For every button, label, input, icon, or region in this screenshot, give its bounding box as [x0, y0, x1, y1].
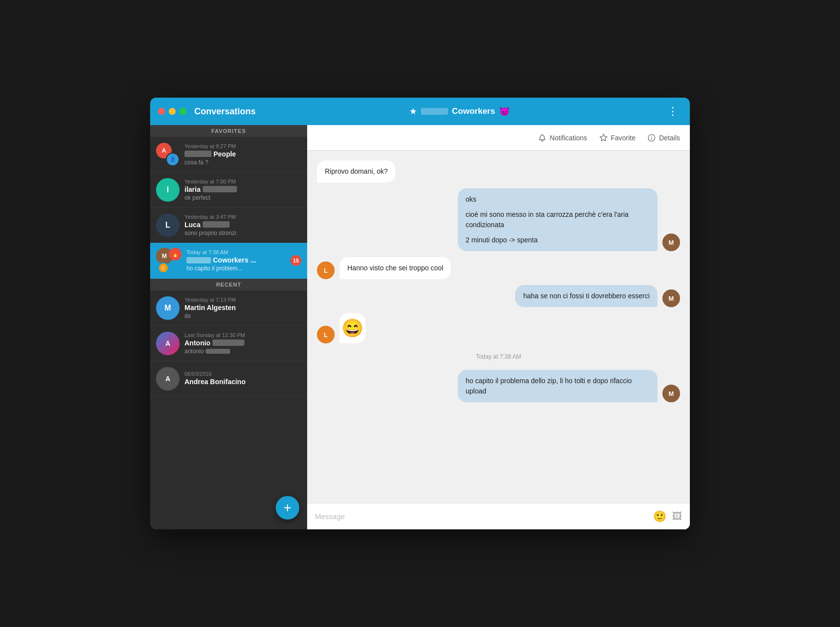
message-bubble-m5: 😄	[340, 313, 366, 343]
channel-star-icon: ★	[409, 106, 417, 117]
main-content: FAVORITES A 👤 Yesterday at 9:27 PM Peopl…	[150, 125, 690, 529]
new-conversation-button[interactable]: +	[276, 496, 299, 520]
messages-area: Riprovo domani, ok? M oks cioè mi sono m…	[307, 151, 690, 503]
message-bubble-m3: Hanno visto che sei troppo cool	[340, 257, 451, 279]
chat-toolbar: Notifications Favorite Details	[307, 125, 690, 151]
avatar-luca: L	[156, 213, 180, 237]
time-divider: Today at 7:38 AM	[317, 353, 680, 360]
notifications-button[interactable]: Notifications	[538, 133, 587, 142]
conv-preview-ilaria: ok perfect	[184, 194, 301, 201]
message-row-m4: M haha se non ci fossi ti dovrebbero ess…	[317, 285, 680, 307]
avatar-group-people: A 👤	[156, 143, 180, 166]
chat-area: Notifications Favorite Details	[307, 125, 690, 529]
message-row-m2: M oks cioè mi sono messo in sta carrozza…	[317, 188, 680, 251]
name-prefix-redacted-cw	[186, 257, 211, 263]
avatar-sent-m2: M	[662, 234, 680, 251]
avatar-group-coworkers: M 🔥 C	[156, 248, 182, 273]
conv-preview-luca: sono proprio stronzi	[184, 230, 301, 236]
avatar-andrea: A	[156, 367, 180, 391]
conversation-item-antonio[interactable]: A Last Sunday at 12:30 PM Antonio antoni…	[150, 326, 307, 361]
avatar-sent-m4: M	[662, 289, 680, 307]
message-input[interactable]	[315, 512, 647, 521]
conv-name-antonio: Antonio	[184, 339, 301, 347]
name-suffix-redacted	[203, 186, 237, 192]
minimize-button[interactable]	[169, 108, 176, 115]
message-row-m6: M ho capito il problema dello zip, li ho…	[317, 370, 680, 402]
message-bubble-m1: Riprovo domani, ok?	[317, 160, 395, 183]
avatar-ilaria: I	[156, 178, 180, 202]
conv-name: People	[184, 150, 301, 158]
name-suffix-redacted-luca	[203, 221, 230, 228]
titlebar-center: ★ Coworkers 😈	[256, 106, 663, 117]
conv-info-people: Yesterday at 9:27 PM People cosa fa ?	[184, 143, 301, 166]
conv-preview: cosa fa ?	[184, 159, 301, 166]
conv-info-ilaria: Yesterday at 7:00 PM ilaria ok perfect	[184, 179, 301, 201]
avatar-received-m3: L	[317, 261, 335, 279]
conversation-item-coworkers[interactable]: M 🔥 C Today at 7:38 AM Coworkers ... ho …	[150, 243, 307, 279]
name-suffix-redacted-antonio	[212, 340, 244, 346]
avatar-sent-m6: M	[662, 385, 680, 402]
app-title: Conversations	[194, 106, 256, 117]
conv-info-coworkers: Today at 7:38 AM Coworkers ... ho capito…	[186, 249, 286, 272]
conversation-item[interactable]: A 👤 Yesterday at 9:27 PM People cosa fa …	[150, 137, 307, 172]
conversation-item-andrea[interactable]: A 06/03/2016 Andrea Bonifacino	[150, 361, 307, 396]
favorite-label: Favorite	[611, 134, 636, 142]
conv-name-luca: Luca	[184, 221, 301, 229]
avatar-received-m5: L	[317, 326, 335, 343]
info-icon	[647, 133, 656, 142]
image-button[interactable]: 🖼	[672, 511, 682, 522]
message-row-m1: Riprovo domani, ok?	[317, 160, 680, 183]
conv-info-andrea: 06/03/2016 Andrea Bonifacino	[184, 371, 301, 387]
avatar-cw2: 🔥	[169, 248, 182, 261]
conv-time: Yesterday at 9:27 PM	[184, 143, 301, 149]
star-icon	[599, 133, 608, 142]
recent-header: RECENT	[150, 279, 307, 290]
sidebar: FAVORITES A 👤 Yesterday at 9:27 PM Peopl…	[150, 125, 307, 529]
message-input-area: 🙂 🖼	[307, 503, 690, 529]
conv-preview-antonio: antonio	[184, 348, 301, 355]
conv-time-ilaria: Yesterday at 7:00 PM	[184, 179, 301, 184]
maximize-button[interactable]	[180, 108, 186, 115]
avatar-sub: 👤	[166, 153, 180, 166]
conv-name-andrea: Andrea Bonifacino	[184, 378, 301, 386]
channel-name-redacted	[421, 108, 448, 115]
conv-info-luca: Yesterday at 3:47 PM Luca sono proprio s…	[184, 214, 301, 236]
channel-emoji: 😈	[499, 106, 510, 117]
titlebar: Conversations ★ Coworkers 😈 ⋮	[150, 98, 690, 125]
conv-time-andrea: 06/03/2016	[184, 371, 301, 377]
conv-info-antonio: Last Sunday at 12:30 PM Antonio antonio	[184, 332, 301, 355]
avatar-cw3: C	[158, 262, 169, 273]
message-bubble-m2: oks cioè mi sono messo in sta carrozza p…	[458, 188, 657, 251]
favorites-header: FAVORITES	[150, 125, 307, 137]
close-button[interactable]	[158, 108, 165, 115]
conv-time-luca: Yesterday at 3:47 PM	[184, 214, 301, 220]
unread-badge: 15	[290, 255, 301, 266]
conv-name-martin: Martin Algesten	[184, 304, 301, 312]
conv-preview-coworkers: ho capito il problem...	[186, 265, 286, 272]
conv-name-ilaria: ilaria	[184, 185, 301, 193]
preview-redacted	[206, 349, 230, 354]
message-row-m3: L Hanno visto che sei troppo cool	[317, 257, 680, 279]
conv-preview-martin: ds	[184, 313, 301, 319]
message-bubble-m6: ho capito il problema dello zip, li ho t…	[458, 370, 657, 402]
bell-icon	[538, 133, 547, 142]
conversation-item-ilaria[interactable]: I Yesterday at 7:00 PM ilaria ok perfect	[150, 172, 307, 208]
conv-time-martin: Yesterday at 7:13 PM	[184, 297, 301, 303]
message-bubble-m4: haha se non ci fossi ti dovrebbero esser…	[515, 285, 657, 307]
conv-name-coworkers: Coworkers ...	[186, 256, 286, 264]
avatar-martin: M	[156, 296, 180, 320]
notifications-label: Notifications	[550, 134, 587, 142]
conv-time-antonio: Last Sunday at 12:30 PM	[184, 332, 301, 338]
emoji-button[interactable]: 🙂	[653, 510, 666, 523]
app-window: Conversations ★ Coworkers 😈 ⋮ FAVORITES …	[150, 98, 690, 529]
channel-name: Coworkers	[452, 106, 495, 116]
avatar-antonio: A	[156, 332, 180, 355]
conversation-item-martin[interactable]: M Yesterday at 7:13 PM Martin Algesten d…	[150, 290, 307, 326]
conv-time-coworkers: Today at 7:38 AM	[186, 249, 286, 255]
more-options-button[interactable]: ⋮	[663, 103, 682, 120]
favorite-button[interactable]: Favorite	[599, 133, 636, 142]
details-button[interactable]: Details	[647, 133, 680, 142]
name-redacted	[184, 151, 211, 157]
traffic-lights	[158, 108, 186, 115]
conversation-item-luca[interactable]: L Yesterday at 3:47 PM Luca sono proprio…	[150, 208, 307, 243]
